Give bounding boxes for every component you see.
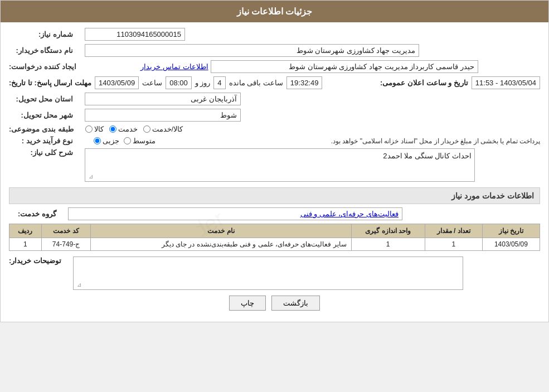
buyer-notes-resize[interactable]: ⊿ xyxy=(75,282,81,288)
radio-kala-khadamat-input[interactable] xyxy=(143,125,150,133)
department-value: مدیریت جهاد کشاورزی شهرستان شوط xyxy=(85,44,419,57)
radio-mottavaset-label: متوسط xyxy=(133,137,156,145)
radio-khadamat-label: خدمت xyxy=(118,125,138,133)
cell-name: سایر فعالیت‌های حرفه‌ای، علمی و فنی طبقه… xyxy=(91,238,351,251)
cell-date: 1403/05/09 xyxy=(482,238,540,251)
description-row: احداث کانال سنگی ملا احمد2 ⊿ شرح کلی نیا… xyxy=(9,148,540,182)
radio-kala-khadamat-label: کالا/خدمت xyxy=(152,125,183,133)
deadline-row: 1403/05/04 - 11:53 تاریخ و ساعت اعلان عم… xyxy=(9,76,540,89)
description-label: شرح کلی نیاز: xyxy=(9,148,76,157)
contact-link[interactable]: اطلاعات تماس خریدار xyxy=(140,62,208,71)
creator-value: حیدر قاسمی کاربرداز مدیریت جهاد کشاورزی … xyxy=(211,60,478,73)
radio-khadamat-input[interactable] xyxy=(109,125,116,133)
resize-handle[interactable]: ⊿ xyxy=(86,173,93,180)
col-header-qty: تعداد / مقدار xyxy=(425,224,482,238)
request-number-row: 1103094165000015 شماره نیاز: xyxy=(9,28,540,41)
province-row: آذربایجان غربی استان محل تحویل: xyxy=(9,93,540,105)
remaining-days-label: روز و xyxy=(195,79,211,87)
radio-jazee-label: جزیی xyxy=(103,137,119,145)
purchase-note: پرداخت تمام یا بخشی از مبلغ خریدار از مح… xyxy=(160,137,540,145)
cell-code: ج-749-74 xyxy=(41,238,91,251)
cell-row: 1 xyxy=(9,238,42,251)
radio-khadamat[interactable]: خدمت xyxy=(109,125,138,133)
radio-kala-input[interactable] xyxy=(85,125,93,133)
radio-kala-label: کالا xyxy=(94,125,104,133)
radio-kala[interactable]: کالا xyxy=(85,125,104,133)
deadline-time: 08:00 xyxy=(166,76,192,89)
remaining-time-label: ساعت باقی مانده xyxy=(229,79,283,87)
col-header-row: ردیف xyxy=(9,224,42,238)
buyer-notes-box: ⊿ xyxy=(73,257,463,290)
page-wrapper: جزئیات اطلاعات نیاز 1103094165000015 شما… xyxy=(0,0,549,322)
services-table: تاریخ نیاز تعداد / مقدار واحد اندازه گیر… xyxy=(9,224,540,251)
back-button[interactable]: بازگشت xyxy=(271,296,320,311)
radio-mottavaset[interactable]: متوسط xyxy=(124,137,156,145)
request-number-label: شماره نیاز: xyxy=(9,30,76,38)
col-header-code: کد خدمت xyxy=(41,224,91,238)
buyer-notes-label: توضیحات خریدار: xyxy=(9,257,64,265)
purchase-type-group: متوسط جزیی xyxy=(94,137,156,145)
purchase-type-label: نوع فرآیند خرید : xyxy=(9,137,76,145)
radio-kala-khadamat[interactable]: کالا/خدمت xyxy=(143,125,183,133)
col-header-unit: واحد اندازه گیری xyxy=(351,224,425,238)
department-label: نام دستگاه خریدار: xyxy=(9,46,76,55)
department-row: مدیریت جهاد کشاورزی شهرستان شوط نام دستگ… xyxy=(9,44,540,57)
print-button[interactable]: چاپ xyxy=(229,296,266,311)
cell-unit: 1 xyxy=(351,238,425,251)
col-header-name: نام خدمت xyxy=(91,224,351,238)
cell-qty: 1 xyxy=(425,238,482,251)
category-label: طبقه بندی موضوعی: xyxy=(9,125,76,133)
service-group-label: گروه خدمت: xyxy=(9,210,59,218)
announce-value: 1403/05/04 - 11:53 xyxy=(472,76,540,89)
table-row: 1403/05/09 1 1 سایر فعالیت‌های حرفه‌ای، … xyxy=(9,238,540,251)
city-label: شهر محل تحویل: xyxy=(9,111,76,119)
description-box: احداث کانال سنگی ملا احمد2 ⊿ xyxy=(85,148,475,182)
service-group-value[interactable]: فعالیت‌های حرفه‌ای، علمی و فنی xyxy=(68,207,402,220)
purchase-type-row: پرداخت تمام یا بخشی از مبلغ خریدار از مح… xyxy=(9,137,540,145)
services-section-header: اطلاعات خدمات مورد نیاز xyxy=(9,187,540,204)
radio-jazee-input[interactable] xyxy=(94,137,101,144)
creator-row: حیدر قاسمی کاربرداز مدیریت جهاد کشاورزی … xyxy=(9,60,540,73)
buyer-notes-row: ⊿ توضیحات خریدار: xyxy=(9,257,540,290)
page-header: جزئیات اطلاعات نیاز xyxy=(1,1,548,22)
province-label: استان محل تحویل: xyxy=(9,95,76,103)
service-group-row: فعالیت‌های حرفه‌ای، علمی و فنی گروه خدمت… xyxy=(9,207,540,220)
radio-jazee[interactable]: جزیی xyxy=(94,137,119,145)
content-area: 1103094165000015 شماره نیاز: مدیریت جهاد… xyxy=(1,22,548,322)
category-radio-group: کالا/خدمت خدمت کالا xyxy=(85,125,183,133)
city-value: شوط xyxy=(85,109,241,122)
announce-label: تاریخ و ساعت اعلان عمومی: xyxy=(380,79,468,87)
province-value: آذربایجان غربی xyxy=(85,93,241,105)
remaining-time: 19:32:49 xyxy=(286,76,323,89)
deadline-time-label: ساعت xyxy=(142,79,162,87)
col-header-date: تاریخ نیاز xyxy=(482,224,540,238)
remaining-days: 4 xyxy=(213,76,225,89)
deadline-date: 1403/05/09 xyxy=(95,76,139,89)
city-row: شوط شهر محل تحویل: xyxy=(9,109,540,122)
creator-label: ایجاد کننده درخواست: xyxy=(9,62,79,71)
deadline-label: مهلت ارسال پاسخ: تا تاریخ: xyxy=(9,79,91,87)
category-row: کالا/خدمت خدمت کالا طبقه بندی موضوعی: xyxy=(9,125,540,133)
buttons-row: بازگشت چاپ xyxy=(9,296,540,311)
request-number-value: 1103094165000015 xyxy=(85,28,185,41)
description-text: احداث کانال سنگی ملا احمد2 xyxy=(88,152,472,160)
radio-mottavaset-input[interactable] xyxy=(124,137,131,144)
page-title: جزئیات اطلاعات نیاز xyxy=(237,7,313,16)
